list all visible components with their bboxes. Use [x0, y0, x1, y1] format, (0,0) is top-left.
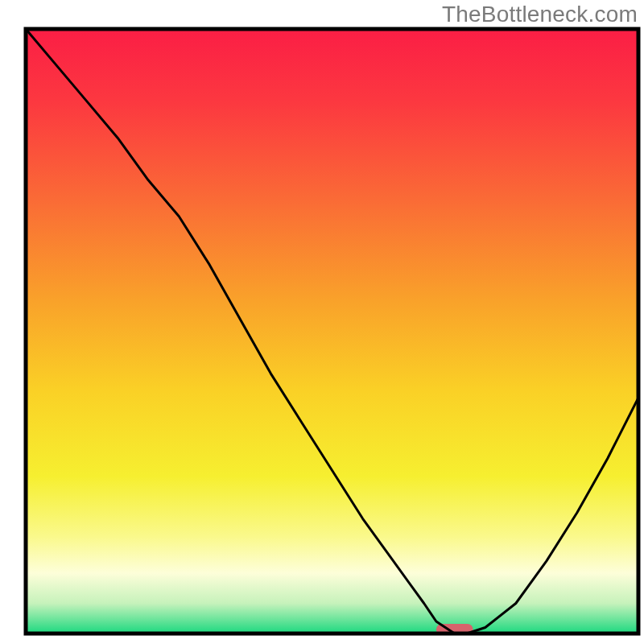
attribution-watermark: TheBottleneck.com [442, 2, 638, 27]
bottleneck-chart [0, 0, 644, 644]
plot-background [26, 29, 638, 634]
chart-stage: TheBottleneck.com [0, 0, 644, 644]
